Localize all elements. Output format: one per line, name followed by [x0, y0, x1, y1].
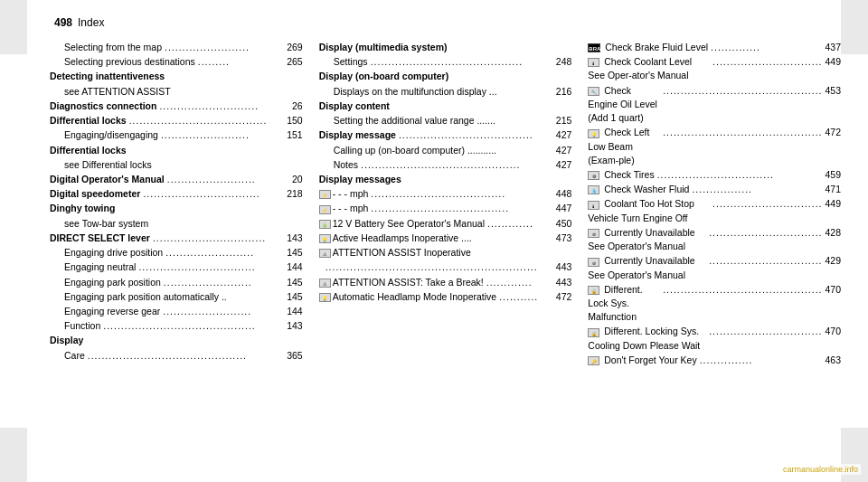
list-item: Dinghy towing — [50, 202, 303, 215]
list-item: 🌡 Coolant Too Hot Stop Vehicle Turn Engi… — [588, 197, 841, 224]
headlamp-icon: 💡 — [319, 234, 331, 243]
list-item: BRAKE Check Brake Fluid Level ..........… — [588, 41, 841, 54]
unavail2-icon: ⊘ — [588, 258, 599, 267]
list-item: Display message ........................… — [319, 128, 572, 142]
list-item: Function ...............................… — [50, 319, 303, 333]
list-item: Display content — [319, 99, 572, 113]
unavail-icon: ⊘ — [588, 229, 599, 238]
list-item: Display (on-board computer) — [319, 70, 572, 83]
list-item: Display messages — [319, 173, 572, 186]
list-item: Detecting inattentiveness — [50, 70, 303, 83]
list-item: ⚡- - - mph .............................… — [319, 202, 572, 215]
list-item: see Tow-bar system — [50, 217, 303, 231]
index-columns: Selecting from the map .................… — [50, 41, 841, 455]
difflockc-icon: 🔒 — [588, 328, 599, 337]
list-item: see ATTENTION ASSIST — [50, 85, 303, 99]
list-item: ⊘ Currently Unavailable See Operator's M… — [588, 254, 841, 281]
list-item: 💡 Check Left Low Beam (Exam-ple) .......… — [588, 126, 841, 167]
coolant2-icon: 🌡 — [588, 201, 599, 210]
list-item: 🔧 Check Engine Oil Level (Add 1 quart) .… — [588, 84, 841, 126]
section-title: Index — [78, 16, 104, 29]
list-item: Selecting previous destinations ........… — [50, 55, 303, 69]
list-item: Setting the additional value range .....… — [319, 114, 572, 128]
battery-icon: 🔋 — [319, 220, 331, 229]
attention-icon: ⚠ — [319, 249, 331, 258]
page-header: 498Index — [54, 16, 104, 29]
speed-icon: ⚡ — [319, 190, 331, 199]
list-item: 🌡 Check Coolant Level See Oper-ator's Ma… — [588, 55, 841, 82]
list-item: ........................................… — [319, 260, 572, 274]
washer-icon: 💧 — [588, 185, 599, 194]
engine-icon: 🔧 — [588, 87, 599, 96]
list-item: DIRECT SELECT lever ....................… — [50, 232, 303, 245]
list-item: ⚡- - - mph .............................… — [319, 187, 572, 201]
key-icon: 🔑 — [588, 356, 599, 365]
beam-icon: 💡 — [588, 129, 599, 138]
list-item: Engaging reverse gear ..................… — [50, 305, 303, 318]
tire-icon: ⚙ — [588, 171, 599, 180]
list-item: Differential locks .....................… — [50, 114, 303, 128]
list-item: 🔋12 V Battery See Operator's Manual ....… — [319, 217, 572, 231]
list-item: 💡Active Headlamps Inoperative .... 473 — [319, 232, 572, 245]
list-item: 💧 Check Washer Fluid ................. 4… — [588, 183, 841, 196]
attention2-icon: ⚠ — [319, 279, 331, 288]
list-item: Notes ..................................… — [319, 158, 572, 172]
list-item: Engaging park position .................… — [50, 276, 303, 289]
list-item: Displays on the multifunction display ..… — [319, 85, 572, 99]
column-3: BRAKE Check Brake Fluid Level ..........… — [588, 41, 841, 455]
list-item: ⊘ Currently Unavailable See Operator's M… — [588, 226, 841, 253]
list-item: Selecting from the map .................… — [50, 41, 303, 54]
list-item: Display — [50, 334, 303, 347]
list-item: ⚠ATTENTION ASSIST Inoperative — [319, 246, 572, 260]
speed2-icon: ⚡ — [319, 205, 331, 214]
list-item: Settings ...............................… — [319, 55, 572, 69]
difflock-icon: 🔒 — [588, 286, 599, 295]
list-item: see Differential locks — [50, 158, 303, 172]
column-2: Display (multimedia system) Settings ...… — [319, 41, 572, 455]
corner-shadow-tl — [0, 0, 27, 54]
brake-icon: BRAKE — [588, 43, 600, 52]
corner-shadow-bl — [0, 428, 27, 482]
watermark: carmanualonline.info — [780, 464, 861, 475]
headlamp2-icon: 💡 — [319, 293, 331, 302]
coolant-icon: 🌡 — [588, 58, 599, 67]
page-number: 498 — [54, 16, 72, 29]
list-item: Engaging/disengaging ...................… — [50, 128, 303, 142]
list-item: Digital speedometer ....................… — [50, 187, 303, 201]
list-item: Display (multimedia system) — [319, 41, 572, 54]
list-item: Engaging park position automatically .. … — [50, 290, 303, 304]
list-item: ⚠ATTENTION ASSIST: Take a Break! .......… — [319, 276, 572, 289]
list-item: Differential locks — [50, 144, 303, 157]
column-1: Selecting from the map .................… — [50, 41, 303, 455]
list-item: 🔒 Different. Locking Sys. Cooling Down P… — [588, 325, 841, 352]
list-item: 💡Automatic Headlamp Mode Inoperative ...… — [319, 290, 572, 304]
page-container: 498Index Selecting from the map ........… — [0, 0, 868, 482]
list-item: ⚙ Check Tires ..........................… — [588, 168, 841, 182]
list-item: Calling up (on-board computer) .........… — [319, 144, 572, 157]
list-item: 🔒 Different. Lock Sys. Malfunction .....… — [588, 283, 841, 325]
list-item: Diagnostics connection .................… — [50, 99, 303, 113]
corner-shadow-tr — [841, 0, 868, 54]
list-item: 🔑 Don't Forget Your Key ............... … — [588, 354, 841, 367]
list-item: Engaging drive position ................… — [50, 246, 303, 260]
list-item: Digital Operator's Manual ..............… — [50, 173, 303, 186]
list-item: Care ...................................… — [50, 349, 303, 363]
list-item: Engaging neutral .......................… — [50, 260, 303, 274]
